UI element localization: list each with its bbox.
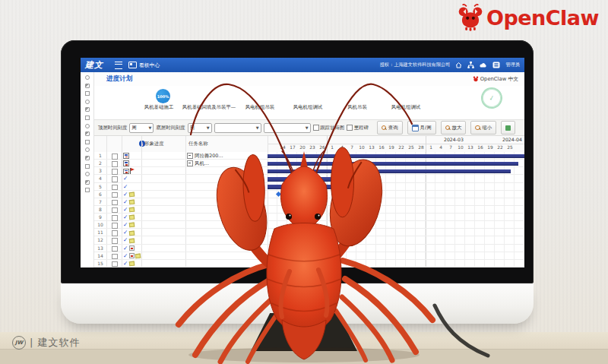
sidebar-icon[interactable] xyxy=(85,100,90,104)
row-checkbox[interactable] xyxy=(112,215,118,221)
row-checkbox[interactable] xyxy=(112,169,118,175)
sidebar-icon[interactable] xyxy=(85,147,90,152)
board-icon xyxy=(128,62,137,68)
app-topbar: 建文 看板中心 授权：上海建文软件科技有限公司 管理员 xyxy=(81,58,524,72)
jw-badge-icon[interactable] xyxy=(492,62,500,68)
check-icon: ✓ xyxy=(123,222,128,228)
openclaw-logo: OpenClaw xyxy=(458,4,599,31)
sidebar-icon[interactable] xyxy=(85,124,90,128)
row-number: 15 xyxy=(94,260,106,267)
watermark-text: | 建文软件 xyxy=(30,336,81,350)
redbox-icon xyxy=(129,253,135,258)
brand-name: OpenClaw xyxy=(486,6,599,30)
row-checkbox[interactable] xyxy=(112,223,118,229)
gantt-icon xyxy=(123,153,129,159)
row-status-icons xyxy=(123,160,129,166)
openclaw-mascot-icon xyxy=(458,4,483,31)
row-checkbox[interactable] xyxy=(112,254,118,260)
sidebar-icon[interactable] xyxy=(85,91,90,96)
row-number: 2 xyxy=(94,160,106,167)
cloud-icon[interactable] xyxy=(480,62,487,68)
flag-icon xyxy=(130,168,135,174)
row-checkbox[interactable] xyxy=(112,207,118,214)
sidebar-icon[interactable] xyxy=(85,131,90,136)
app-logo: 建文 xyxy=(81,59,109,71)
home-icon[interactable] xyxy=(455,62,462,68)
row-number: 1 xyxy=(94,152,106,160)
row-status-icons: ✓ xyxy=(123,191,134,198)
note-icon xyxy=(129,200,135,204)
row-checkbox[interactable] xyxy=(112,176,118,182)
row-checkbox[interactable] xyxy=(112,192,118,198)
lobster-photo xyxy=(148,72,460,364)
row-checkbox[interactable] xyxy=(112,161,118,167)
note-icon xyxy=(129,215,135,220)
check-icon: ✓ xyxy=(123,176,128,182)
sidebar-icon-rail xyxy=(81,72,94,267)
nav-board-center[interactable]: 看板中心 xyxy=(128,62,160,69)
language-switch[interactable]: OpenClaw 中文 xyxy=(473,75,518,83)
sitemap-icon[interactable] xyxy=(467,62,474,68)
row-status-icons xyxy=(123,153,129,159)
row-number: 10 xyxy=(94,221,106,229)
gantt-day-tick: 16 xyxy=(477,145,483,150)
row-checkbox[interactable] xyxy=(112,185,118,191)
row-checkbox[interactable] xyxy=(112,200,118,206)
sidebar-icon[interactable] xyxy=(85,84,90,88)
row-status-icons: ✓ xyxy=(123,176,128,182)
row-status-icons: ✓ xyxy=(123,199,134,205)
check-icon: ✓ xyxy=(123,229,128,236)
note-icon xyxy=(129,223,135,227)
row-status-icons: ✓ xyxy=(123,229,134,236)
row-number: 13 xyxy=(94,245,106,252)
license-text: 授权：上海建文软件科技有限公司 xyxy=(380,62,451,68)
row-checkbox[interactable] xyxy=(112,246,118,252)
jianwen-watermark: JW | 建文软件 xyxy=(12,336,81,350)
partial-button[interactable] xyxy=(501,121,515,135)
row-checkbox[interactable] xyxy=(112,230,118,236)
check-icon: ✓ xyxy=(123,191,128,198)
export-icon xyxy=(505,125,511,131)
check-icon: ✓ xyxy=(123,261,128,267)
note-icon xyxy=(129,261,135,266)
row-number: 14 xyxy=(94,252,106,260)
note-icon xyxy=(129,207,135,212)
sidebar-icon[interactable] xyxy=(85,107,90,112)
tab-progress-plan[interactable]: 进度计划 xyxy=(106,74,132,84)
sidebar-icon[interactable] xyxy=(85,188,90,192)
sidebar-icon[interactable] xyxy=(85,75,90,80)
gantt-day-tick: 22 xyxy=(497,145,502,150)
row-status-icons: ✓ xyxy=(123,214,134,220)
sidebar-icon[interactable] xyxy=(85,140,90,144)
note-icon xyxy=(129,192,135,197)
row-status-icons: ✓ xyxy=(123,184,128,190)
column-divider xyxy=(106,136,107,152)
sidebar-icon[interactable] xyxy=(85,180,90,185)
row-number: 8 xyxy=(94,206,106,214)
redbox-icon xyxy=(129,245,135,251)
row-checkbox[interactable] xyxy=(112,154,118,160)
sidebar-icon[interactable] xyxy=(85,116,90,120)
row-checkbox[interactable] xyxy=(112,261,118,267)
row-status-icons xyxy=(123,168,135,174)
row-number: 3 xyxy=(94,167,106,175)
user-name[interactable]: 管理员 xyxy=(505,62,520,68)
row-checkbox[interactable] xyxy=(112,238,118,244)
sidebar-icon[interactable] xyxy=(85,164,90,169)
row-number: 12 xyxy=(94,236,106,244)
sidebar-icon[interactable] xyxy=(85,172,90,176)
row-number: 6 xyxy=(94,191,106,198)
lobster-body xyxy=(267,223,341,360)
gantt-icon xyxy=(123,160,129,166)
zoom-out-button[interactable]: 缩小 xyxy=(470,121,496,135)
gantt-day-tick: 13 xyxy=(467,145,473,150)
openclaw-mini-icon xyxy=(473,76,479,82)
note-icon xyxy=(129,230,135,235)
gantt-month-label: 2024-04 xyxy=(502,137,522,142)
row-status-icons: ✓ xyxy=(123,245,135,252)
approval-seal-icon: ✓ xyxy=(479,85,504,110)
hamburger-menu-icon[interactable] xyxy=(115,62,122,69)
sidebar-icon[interactable] xyxy=(85,156,90,160)
gantt-icon xyxy=(123,169,129,175)
row-status-icons: ✓ xyxy=(123,207,134,213)
